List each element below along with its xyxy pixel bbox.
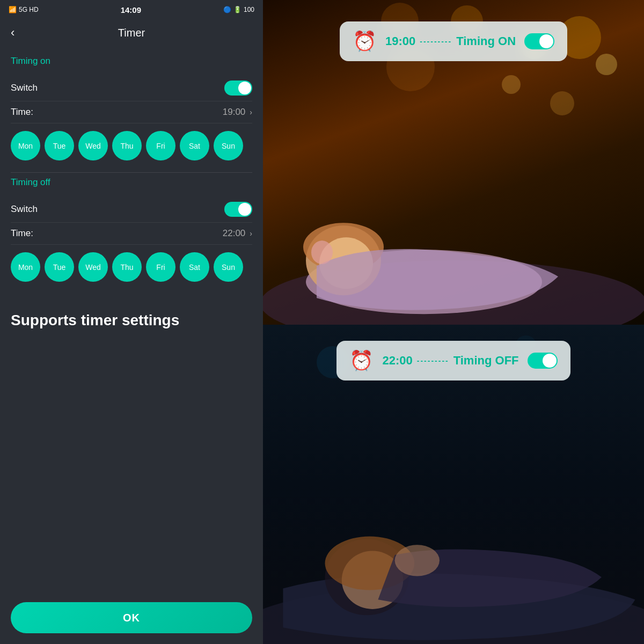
timing-off-day-tue[interactable]: Tue (45, 252, 74, 282)
timing-on-time-value: 19:00 › (223, 107, 252, 118)
content-area: Timing on Switch Time: 19:00 › Mon Tue W… (0, 46, 263, 591)
timing-off-day-thu[interactable]: Thu (112, 252, 142, 282)
timing-on-day-thu[interactable]: Thu (112, 131, 142, 160)
signal-text: 5G HD (19, 6, 39, 13)
back-button[interactable]: ‹ (11, 26, 28, 40)
timing-off-days: Mon Tue Wed Thu Fri Sat Sun (11, 245, 252, 289)
ok-button-container: OK (0, 591, 263, 644)
timer-on-dots: --------- (420, 37, 452, 46)
timing-on-time-row[interactable]: Time: 19:00 › (11, 101, 252, 123)
status-right: 🔵 🔋 100 (223, 6, 254, 13)
page-title: Timer (118, 27, 145, 39)
status-bar: 📶 5G HD 14:09 🔵 🔋 100 (0, 0, 263, 19)
timer-off-toggle[interactable] (528, 353, 558, 369)
section-divider (11, 172, 252, 173)
clock-icon-bottom: ⏰ (349, 349, 374, 372)
timer-on-label: Timing ON (456, 34, 516, 48)
timing-off-toggle[interactable] (224, 202, 252, 217)
timing-on-days: Mon Tue Wed Thu Fri Sat Sun (11, 123, 252, 168)
timing-off-switch-row: Switch (11, 196, 252, 223)
sleeping-figure-bottom-svg (263, 421, 644, 645)
bluetooth-icon: 🔵 (223, 6, 231, 13)
timer-on-time: 19:00 (385, 34, 415, 48)
sleeping-figure-top-svg (263, 114, 644, 325)
timing-on-chevron-icon: › (250, 108, 252, 116)
timing-on-switch-label: Switch (11, 83, 38, 93)
ok-button[interactable]: OK (11, 602, 252, 633)
svg-point-5 (311, 240, 333, 264)
timing-off-switch-label: Switch (11, 204, 38, 215)
bokeh-6 (502, 75, 521, 94)
timing-off-time-label: Time: (11, 228, 33, 239)
timing-off-label: Timing off (11, 177, 252, 188)
timing-on-time-label: Time: (11, 107, 33, 118)
timing-off-day-sun[interactable]: Sun (214, 252, 243, 282)
right-panel: ⏰ 19:00 --------- Timing ON (263, 0, 644, 644)
timer-card-bottom: ⏰ 22:00 --------- Timing OFF (336, 341, 570, 380)
scene-top: ⏰ 19:00 --------- Timing ON (263, 0, 644, 325)
clock-icon-top: ⏰ (353, 30, 377, 53)
timing-on-day-fri[interactable]: Fri (146, 131, 175, 160)
signal-icon: 📶 (9, 6, 17, 13)
timer-card-top-text: 19:00 --------- Timing ON (385, 34, 516, 48)
timer-card-bottom-text: 22:00 --------- Timing OFF (382, 354, 518, 368)
timing-off-day-sat[interactable]: Sat (180, 252, 209, 282)
timer-off-label: Timing OFF (453, 354, 519, 368)
timing-off-chevron-icon: › (250, 229, 252, 238)
timing-off-day-mon[interactable]: Mon (11, 252, 40, 282)
timing-off-day-wed[interactable]: Wed (78, 252, 108, 282)
timing-on-day-sun[interactable]: Sun (214, 131, 243, 160)
timing-on-day-wed[interactable]: Wed (78, 131, 108, 160)
left-panel: 📶 5G HD 14:09 🔵 🔋 100 ‹ Timer Timing on … (0, 0, 263, 644)
timing-off-time-value: 22:00 › (223, 228, 252, 239)
timer-card-top: ⏰ 19:00 --------- Timing ON (340, 21, 567, 61)
timer-on-toggle[interactable] (524, 33, 554, 49)
timing-on-toggle[interactable] (224, 80, 252, 96)
timing-off-section: Timing off Switch Time: 22:00 › Mon Tue … (11, 177, 252, 289)
timing-on-section: Timing on Switch Time: 19:00 › Mon Tue W… (11, 56, 252, 168)
bokeh-8 (550, 91, 574, 115)
timing-on-label: Timing on (11, 56, 252, 67)
battery-percent: 100 (244, 6, 254, 13)
timing-on-switch-row: Switch (11, 75, 252, 101)
svg-point-10 (395, 545, 440, 576)
timing-on-day-mon[interactable]: Mon (11, 131, 40, 160)
status-time: 14:09 (121, 5, 141, 14)
battery-text: 🔋 (233, 6, 241, 13)
top-bar: ‹ Timer (0, 19, 263, 46)
timing-off-time-row[interactable]: Time: 22:00 › (11, 223, 252, 245)
scene-bottom: ⏰ 22:00 --------- Timing OFF (263, 325, 644, 644)
timing-on-day-tue[interactable]: Tue (45, 131, 74, 160)
timer-off-time: 22:00 (382, 354, 412, 368)
timing-on-day-sat[interactable]: Sat (180, 131, 209, 160)
status-left: 📶 5G HD (9, 6, 39, 13)
timing-off-day-fri[interactable]: Fri (146, 252, 175, 282)
bokeh-4 (596, 54, 617, 75)
timer-off-dots: --------- (417, 356, 449, 365)
supports-text: Supports timer settings (11, 311, 252, 330)
